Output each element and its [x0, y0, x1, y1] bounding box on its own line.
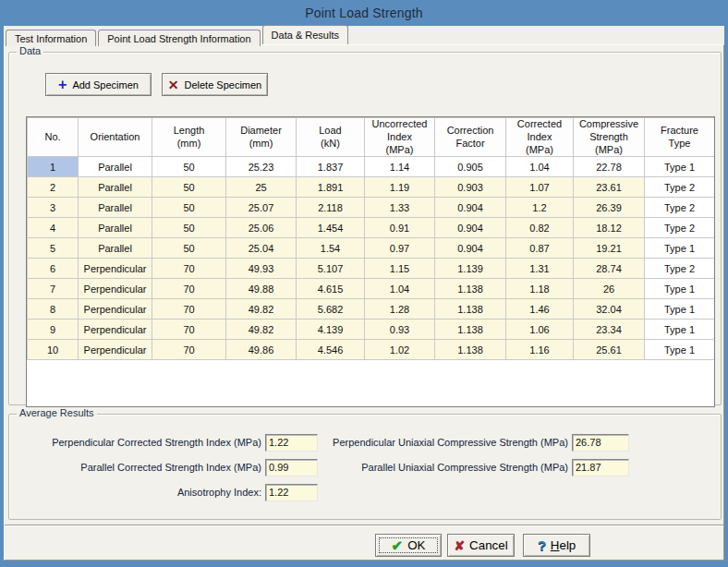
help-button[interactable]: ? Help — [523, 534, 590, 557]
table-cell[interactable]: 1.54 — [297, 238, 365, 259]
table-cell[interactable]: Parallel — [79, 238, 152, 259]
table-cell[interactable]: 5.107 — [297, 259, 365, 279]
table-cell[interactable]: 19.21 — [574, 238, 645, 259]
specimen-data-grid[interactable]: No.OrientationLength (mm)Diameter (mm)Lo… — [26, 116, 715, 407]
table-cell[interactable]: 49.82 — [226, 299, 297, 320]
table-cell[interactable]: 23.34 — [574, 320, 645, 340]
cancel-button[interactable]: ✘ Cancel — [447, 534, 515, 557]
table-cell[interactable]: 1.138 — [435, 340, 506, 360]
anisotrophy-index-field[interactable]: 1.22 — [265, 484, 318, 501]
table-cell[interactable]: 1.19 — [365, 177, 435, 198]
table-cell[interactable]: 25.61 — [574, 340, 645, 360]
row-number-cell[interactable]: 1 — [28, 157, 79, 177]
table-cell[interactable]: 1.04 — [506, 157, 574, 177]
table-cell[interactable]: 1.33 — [365, 198, 435, 218]
table-cell[interactable]: 25.07 — [226, 198, 297, 218]
tab-data-and-results[interactable]: Data & Results — [262, 25, 348, 44]
table-cell[interactable]: 0.904 — [435, 218, 506, 238]
table-cell[interactable]: 23.61 — [574, 177, 645, 198]
table-cell[interactable]: 1.07 — [506, 177, 574, 198]
table-cell[interactable]: Type 1 — [645, 157, 715, 177]
table-cell[interactable]: 1.46 — [506, 299, 574, 320]
table-cell[interactable]: Type 2 — [645, 177, 715, 198]
table-cell[interactable]: 1.891 — [297, 177, 365, 198]
table-cell[interactable]: Type 2 — [645, 218, 715, 238]
table-cell[interactable]: 50 — [152, 218, 226, 238]
perpendicular-uniaxial-compressive-strength-field[interactable]: 26.78 — [572, 434, 629, 452]
ok-button[interactable]: ✔ OK — [375, 534, 442, 557]
table-cell[interactable]: 26 — [574, 279, 645, 299]
table-cell[interactable]: Parallel — [79, 198, 152, 218]
table-cell[interactable]: 5.682 — [297, 299, 365, 320]
row-number-cell[interactable]: 9 — [28, 320, 79, 340]
row-number-cell[interactable]: 4 — [28, 218, 79, 238]
table-cell[interactable]: 0.82 — [506, 218, 574, 238]
tab-point-load-strength-information[interactable]: Point Load Strength Information — [98, 30, 260, 46]
table-cell[interactable]: 1.18 — [506, 279, 574, 299]
table-cell[interactable]: Perpendicular — [79, 299, 152, 320]
row-number-cell[interactable]: 8 — [28, 299, 79, 320]
table-cell[interactable]: 70 — [152, 279, 226, 299]
delete-specimen-button[interactable]: ✕ Delete Specimen — [162, 73, 268, 96]
row-number-cell[interactable]: 3 — [28, 198, 79, 218]
table-cell[interactable]: 1.28 — [365, 299, 435, 320]
table-cell[interactable]: 70 — [152, 259, 226, 279]
table-cell[interactable]: 1.138 — [435, 279, 506, 299]
table-cell[interactable]: 1.454 — [297, 218, 365, 238]
tab-test-information[interactable]: Test Information — [6, 30, 96, 46]
parallel-corrected-strength-index-field[interactable]: 0.99 — [265, 459, 318, 477]
table-cell[interactable]: 70 — [152, 340, 226, 360]
table-cell[interactable]: Type 1 — [645, 340, 715, 360]
table-cell[interactable]: Type 1 — [645, 238, 715, 259]
perpendicular-corrected-strength-index-field[interactable]: 1.22 — [265, 434, 318, 452]
table-cell[interactable]: 26.39 — [574, 198, 645, 218]
table-cell[interactable]: Type 1 — [645, 320, 715, 340]
table-cell[interactable]: Perpendicular — [79, 340, 152, 360]
table-cell[interactable]: 49.88 — [226, 279, 297, 299]
table-cell[interactable]: 49.86 — [226, 340, 297, 360]
table-cell[interactable]: 4.615 — [297, 279, 365, 299]
table-cell[interactable]: 18.12 — [574, 218, 645, 238]
table-cell[interactable]: Type 1 — [645, 299, 715, 320]
table-cell[interactable]: 0.904 — [435, 198, 506, 218]
table-cell[interactable]: Parallel — [79, 218, 152, 238]
table-cell[interactable]: 32.04 — [574, 299, 645, 320]
table-cell[interactable]: 0.97 — [365, 238, 435, 259]
table-cell[interactable]: 1.14 — [365, 157, 435, 177]
table-cell[interactable]: 25.06 — [226, 218, 297, 238]
row-number-cell[interactable]: 6 — [28, 259, 79, 279]
table-cell[interactable]: 22.78 — [574, 157, 645, 177]
table-cell[interactable]: 25.04 — [226, 238, 297, 259]
table-cell[interactable]: 50 — [152, 157, 226, 177]
table-cell[interactable]: 1.02 — [365, 340, 435, 360]
table-cell[interactable]: 49.82 — [226, 320, 297, 340]
table-cell[interactable]: 4.139 — [297, 320, 365, 340]
table-cell[interactable]: 1.15 — [365, 259, 435, 279]
table-cell[interactable]: Parallel — [79, 177, 152, 198]
table-cell[interactable]: 25 — [226, 177, 297, 198]
table-cell[interactable]: 1.16 — [506, 340, 574, 360]
table-cell[interactable]: Perpendicular — [79, 279, 152, 299]
title-bar[interactable]: Point Load Strength — [0, 0, 728, 26]
table-cell[interactable]: 1.837 — [297, 157, 365, 177]
row-number-cell[interactable]: 10 — [28, 340, 79, 360]
table-cell[interactable]: 1.06 — [506, 320, 574, 340]
add-specimen-button[interactable]: + Add Specimen — [45, 73, 152, 96]
table-cell[interactable]: 2.118 — [297, 198, 365, 218]
table-cell[interactable]: 0.93 — [365, 320, 435, 340]
table-cell[interactable]: Type 1 — [645, 279, 715, 299]
table-cell[interactable]: 50 — [152, 238, 226, 259]
table-cell[interactable]: 0.904 — [435, 238, 506, 259]
table-cell[interactable]: 0.905 — [435, 157, 506, 177]
table-cell[interactable]: 0.903 — [435, 177, 506, 198]
table-cell[interactable]: Type 2 — [645, 259, 715, 279]
row-number-cell[interactable]: 7 — [28, 279, 79, 299]
row-number-cell[interactable]: 2 — [28, 177, 79, 198]
table-cell[interactable]: 70 — [152, 299, 226, 320]
table-cell[interactable]: Type 2 — [645, 198, 715, 218]
table-cell[interactable]: 1.138 — [435, 320, 506, 340]
table-cell[interactable]: 70 — [152, 320, 226, 340]
table-cell[interactable]: 0.91 — [365, 218, 435, 238]
parallel-uniaxial-compressive-strength-field[interactable]: 21.87 — [572, 459, 629, 477]
table-cell[interactable]: 0.87 — [506, 238, 574, 259]
